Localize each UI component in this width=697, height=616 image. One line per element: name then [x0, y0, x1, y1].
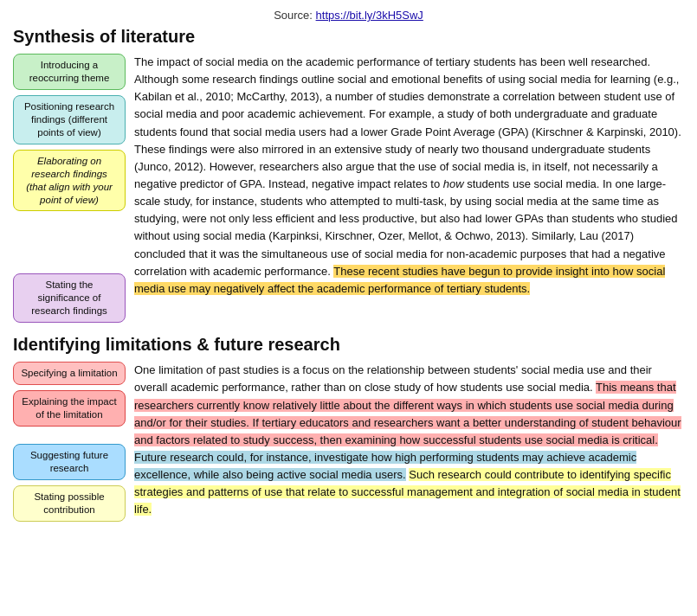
highlight-significance: These recent studies have begun to provi…	[134, 265, 665, 295]
synthesis-text: The impact of social media on the academ…	[134, 54, 684, 323]
synthesis-section: Synthesis of literature Introducing a re…	[13, 27, 684, 323]
label-explaining: Explaining the impact of the limitation	[13, 390, 126, 427]
label-stating: Stating the significance of research fin…	[13, 273, 126, 323]
synthesis-content: Introducing a reoccurring theme Position…	[13, 54, 684, 323]
synthesis-labels: Introducing a reoccurring theme Position…	[13, 54, 126, 323]
limitations-content: Specifying a limitation Explaining the i…	[13, 362, 684, 522]
synthesis-heading: Synthesis of literature	[13, 27, 684, 47]
label-stating-possible: Stating possible contribution	[13, 485, 126, 522]
highlight-limitation-impact: This means that researchers currently kn…	[134, 381, 681, 446]
source-link[interactable]: https://bit.ly/3kH5SwJ	[316, 9, 423, 22]
limitations-text: One limitation of past studies is a focu…	[134, 362, 684, 522]
limitations-heading: Identifying limitations & future researc…	[13, 335, 684, 355]
source-line: Source: https://bit.ly/3kH5SwJ	[13, 9, 684, 22]
label-specifying: Specifying a limitation	[13, 362, 126, 385]
label-introducing: Introducing a reoccurring theme	[13, 54, 126, 90]
label-positioning: Positioning research findings (different…	[13, 95, 126, 144]
limitations-labels: Specifying a limitation Explaining the i…	[13, 362, 126, 522]
limitations-section: Identifying limitations & future researc…	[13, 335, 684, 522]
label-suggesting: Suggesting future research	[13, 444, 126, 480]
label-elaborating: Elaborating on research findings (that a…	[13, 150, 126, 212]
